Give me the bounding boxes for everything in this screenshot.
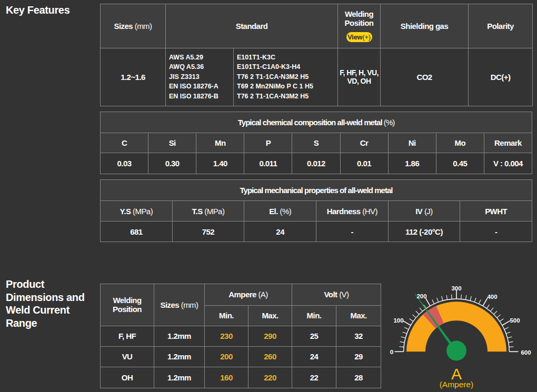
svg-text:(Ampere): (Ampere) <box>440 380 474 389</box>
svg-text:0: 0 <box>390 349 393 355</box>
svg-text:500: 500 <box>510 317 520 324</box>
svg-text:300: 300 <box>451 285 461 292</box>
svg-text:200: 200 <box>416 293 426 299</box>
svg-text:100: 100 <box>393 317 403 324</box>
svg-text:400: 400 <box>487 294 497 300</box>
svg-text:600: 600 <box>521 349 531 356</box>
